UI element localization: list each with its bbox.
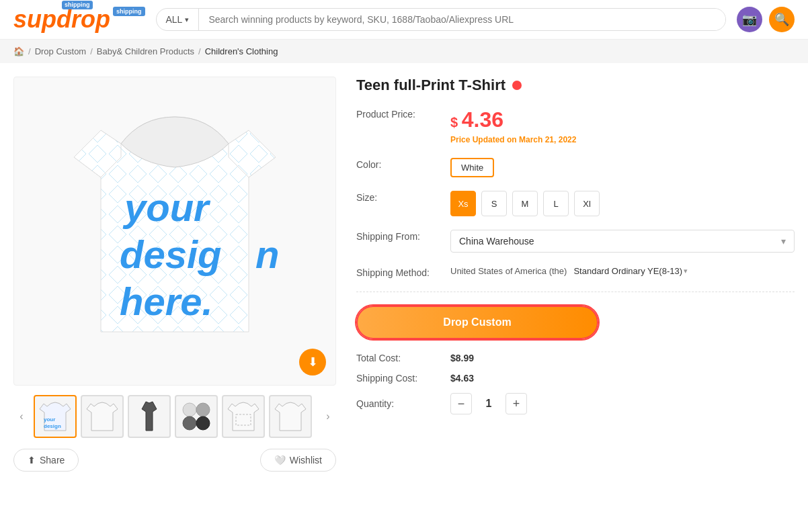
breadcrumb-drop-custom[interactable]: Drop Custom (35, 46, 87, 56)
share-button[interactable]: ⬆ Share (13, 449, 79, 472)
size-xs-button[interactable]: Xs (450, 191, 476, 216)
thumbnail-3[interactable] (128, 395, 171, 438)
shipping-standard: Standard Ordinary YE(8-13) ▾ (573, 266, 688, 276)
price-value: $ 4.36 Price Updated on March 21, 2022 (450, 107, 795, 144)
color-label: Color: (356, 158, 444, 170)
color-options: White (450, 158, 795, 177)
thumb-tshirt-icon-1: your design (38, 400, 72, 433)
product-title: Teen full-Print T-Shirt (356, 77, 506, 94)
search-category-selector[interactable]: ALL ▾ (157, 9, 200, 30)
download-button[interactable]: ⬇ (299, 349, 326, 375)
thumbnail-row: ‹ your design (13, 395, 336, 438)
thumb-back-icon-5 (227, 400, 260, 433)
product-title-row: Teen full-Print T-Shirt (356, 77, 795, 94)
thumbnail-1[interactable]: your design (34, 395, 77, 438)
price-amount: 4.36 (462, 107, 503, 132)
size-options: Xs S M L Xl (450, 191, 795, 216)
thumb-detail-icon-4 (179, 400, 213, 433)
quantity-label: Quantity: (356, 398, 444, 409)
price-row: Product Price: $ 4.36 Price Updated on M… (356, 107, 795, 144)
thumbnail-2[interactable] (81, 395, 124, 438)
size-m-button[interactable]: M (512, 191, 538, 216)
shipping-method-row: Shipping Method: United States of Americ… (356, 266, 795, 278)
breadcrumb-baby-children[interactable]: Baby& Children Products (97, 46, 194, 56)
share-icon: ⬆ (28, 455, 36, 466)
shipping-method-label: Shipping Method: (356, 266, 444, 278)
shipping-from-row: Shipping From: China Warehouse ▾ (356, 230, 795, 253)
svg-text:your: your (44, 416, 55, 423)
svg-point-7 (183, 403, 196, 416)
thumb-next-button[interactable]: › (320, 408, 336, 425)
wishlist-button[interactable]: 🤍 Wishlist (260, 449, 336, 472)
section-divider (356, 292, 795, 292)
svg-text:design: design (44, 423, 61, 429)
size-l-button[interactable]: L (543, 191, 569, 216)
size-s-button[interactable]: S (481, 191, 507, 216)
search-button[interactable]: 🔍 (769, 7, 795, 32)
thumbnail-4[interactable] (175, 395, 218, 438)
size-xl-button[interactable]: Xl (574, 191, 600, 216)
shipping-cost-row: Shipping Cost: $4.63 (356, 373, 795, 384)
camera-search-button[interactable]: 📷 (737, 7, 762, 32)
size-row: Size: Xs S M L Xl (356, 191, 795, 216)
thumbnail-list: your design (34, 395, 316, 438)
thumb-tshirt-icon-3 (132, 400, 166, 433)
svg-point-8 (196, 403, 210, 416)
price-display: $ 4.36 (450, 107, 795, 132)
price-dollar-sign: $ (450, 115, 462, 130)
shipping-country: United States of America (the) (450, 266, 567, 276)
wishlist-label: Wishlist (290, 455, 322, 466)
quantity-increase-button[interactable]: + (506, 393, 527, 414)
quantity-decrease-button[interactable]: − (450, 393, 472, 414)
breadcrumb-sep-1: / (28, 46, 31, 56)
home-icon[interactable]: 🏠 (13, 46, 24, 56)
svg-point-10 (196, 416, 210, 430)
color-row: Color: White (356, 158, 795, 177)
shipping-method-value: United States of America (the) Standard … (450, 266, 795, 276)
breadcrumb: 🏠 / Drop Custom / Baby& Children Product… (0, 40, 808, 63)
bottom-actions: ⬆ Share 🤍 Wishlist (13, 449, 336, 472)
breadcrumb-current: Children's Clothing (205, 46, 278, 56)
product-details: Teen full-Print T-Shirt Product Price: $… (356, 77, 795, 472)
chevron-down-icon: ▾ (781, 236, 786, 247)
shipping-from-value: China Warehouse ▾ (450, 230, 795, 253)
quantity-row: Quantity: − 1 + (356, 393, 795, 414)
shipping-from-selected: China Warehouse (459, 236, 534, 247)
main-product-image: your desig here. n ⬇ (13, 77, 336, 386)
search-category-label: ALL (166, 14, 183, 25)
svg-text:here.: here. (120, 279, 213, 323)
size-label: Size: (356, 191, 444, 203)
shipping-method-detail: United States of America (the) Standard … (450, 266, 795, 276)
product-images: your desig here. n ⬇ ‹ your design (13, 77, 336, 472)
breadcrumb-sep-2: / (90, 46, 93, 56)
logo: sup drop shipping shipping (13, 7, 145, 32)
breadcrumb-sep-3: / (198, 46, 201, 56)
quantity-value: 1 (479, 398, 499, 410)
total-cost-label: Total Cost: (356, 353, 444, 363)
search-input[interactable] (199, 9, 725, 30)
shipping-from-dropdown[interactable]: China Warehouse ▾ (450, 230, 795, 253)
quantity-control: − 1 + (450, 393, 527, 414)
logo-text: sup drop shipping (13, 7, 110, 32)
drop-custom-button[interactable]: Drop Custom (356, 306, 598, 339)
total-cost-value: $8.99 (450, 353, 474, 363)
thumbnail-5[interactable] (222, 395, 265, 438)
logo-shipping-label: shipping (113, 7, 145, 16)
tshirt-illustration: your desig here. n (67, 103, 282, 359)
shipping-from-label: Shipping From: (356, 230, 444, 242)
shipping-cost-value: $4.63 (450, 373, 474, 384)
heart-icon: 🤍 (274, 455, 286, 466)
drop-custom-section: Drop Custom (356, 306, 795, 339)
thumb-tshirt-icon-6 (274, 400, 307, 433)
thumbnail-6[interactable] (269, 395, 312, 438)
color-white-button[interactable]: White (450, 158, 494, 177)
total-cost-row: Total Cost: $8.99 (356, 353, 795, 363)
share-label: Share (40, 455, 65, 466)
status-indicator (512, 81, 522, 90)
shipping-std-label: Standard Ordinary YE(8-13) (573, 266, 682, 276)
logo-shipping-badge: shipping (62, 1, 93, 9)
svg-text:your: your (122, 185, 211, 229)
thumb-prev-button[interactable]: ‹ (13, 408, 30, 425)
header-actions: 📷 🔍 (737, 7, 795, 32)
header: sup drop shipping shipping ALL ▾ 📷 🔍 (0, 0, 808, 40)
